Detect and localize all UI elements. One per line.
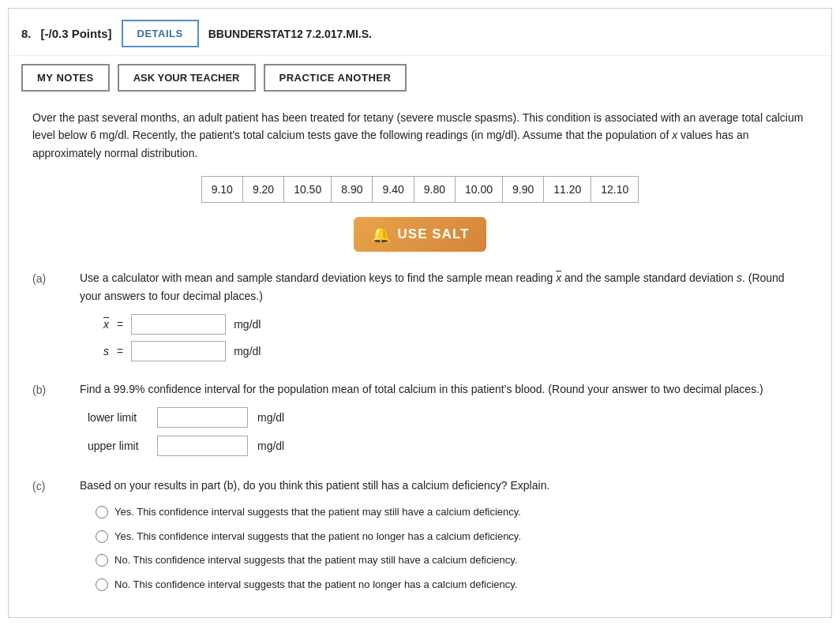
part-c: (c) Based on your results in part (b), d… bbox=[32, 477, 808, 601]
data-cell: 9.90 bbox=[503, 177, 544, 203]
data-cell: 9.10 bbox=[201, 177, 242, 203]
lower-unit: mg/dl bbox=[257, 409, 284, 426]
radio-input-2[interactable] bbox=[96, 530, 108, 543]
problem-text: Over the past several months, an adult p… bbox=[32, 109, 808, 162]
action-buttons-row: MY NOTES ASK YOUR TEACHER PRACTICE ANOTH… bbox=[9, 64, 831, 101]
xbar-unit: mg/dl bbox=[234, 316, 261, 333]
practice-another-button[interactable]: PRACTICE ANOTHER bbox=[264, 64, 407, 92]
part-b-label: (b) bbox=[32, 380, 80, 464]
content-area: Over the past several months, an adult p… bbox=[9, 101, 831, 617]
upper-limit-input[interactable] bbox=[157, 436, 248, 456]
data-cell: 8.90 bbox=[332, 177, 373, 203]
use-salt-button[interactable]: 🔔 USE SALT bbox=[354, 217, 487, 252]
details-button[interactable]: DETAILS bbox=[122, 20, 199, 47]
part-b-content: Find a 99.9% confidence interval for the… bbox=[80, 380, 808, 464]
radio-input-4[interactable] bbox=[96, 578, 108, 591]
radio-label-4: No. This confidence interval suggests th… bbox=[114, 577, 517, 593]
radio-option-4: No. This confidence interval suggests th… bbox=[96, 577, 808, 593]
salt-icon: 🔔 bbox=[371, 225, 392, 244]
s-symbol: s bbox=[103, 342, 109, 360]
xbar-input[interactable] bbox=[131, 314, 226, 335]
ask-teacher-button[interactable]: ASK YOUR TEACHER bbox=[118, 64, 256, 92]
radio-input-1[interactable] bbox=[96, 506, 108, 518]
points-label: [-/0.3 Points] bbox=[41, 27, 112, 40]
s-unit: mg/dl bbox=[234, 342, 261, 360]
part-a-label: (a) bbox=[32, 269, 80, 368]
radio-input-3[interactable] bbox=[96, 554, 108, 567]
radio-label-3: No. This confidence interval suggests th… bbox=[114, 552, 517, 569]
question-number: 8. bbox=[21, 27, 32, 40]
data-cell: 10.50 bbox=[284, 177, 332, 203]
data-table: 9.109.2010.508.909.409.8010.009.9011.201… bbox=[201, 176, 639, 203]
radio-option-3: No. This confidence interval suggests th… bbox=[96, 552, 808, 569]
header-bar: 8. [-/0.3 Points] DETAILS BBUNDERSTAT12 … bbox=[9, 9, 831, 56]
part-c-content: Based on your results in part (b), do yo… bbox=[80, 477, 808, 601]
lower-limit-label: lower limit bbox=[88, 409, 151, 426]
radio-label-2: Yes. This confidence interval suggests t… bbox=[114, 529, 521, 545]
part-c-label: (c) bbox=[32, 477, 80, 601]
part-a-content: Use a calculator with mean and sample st… bbox=[80, 269, 808, 368]
data-cell: 9.40 bbox=[373, 177, 414, 203]
data-cell: 10.00 bbox=[455, 177, 502, 203]
data-cell: 11.20 bbox=[544, 177, 591, 203]
question-code: BBUNDERSTAT12 7.2.017.MI.S. bbox=[208, 28, 372, 40]
data-cell: 9.20 bbox=[242, 177, 283, 203]
upper-limit-label: upper limit bbox=[88, 437, 151, 455]
part-b: (b) Find a 99.9% confidence interval for… bbox=[32, 380, 808, 464]
use-salt-label: USE SALT bbox=[398, 226, 470, 242]
upper-unit: mg/dl bbox=[257, 437, 284, 455]
radio-label-1: Yes. This confidence interval suggests t… bbox=[114, 504, 521, 521]
data-cell: 9.80 bbox=[414, 177, 455, 203]
xbar-symbol: x bbox=[103, 316, 109, 333]
my-notes-button[interactable]: MY NOTES bbox=[21, 64, 110, 92]
radio-option-1: Yes. This confidence interval suggests t… bbox=[96, 504, 808, 521]
question-container: 8. [-/0.3 Points] DETAILS BBUNDERSTAT12 … bbox=[8, 8, 832, 618]
part-a: (a) Use a calculator with mean and sampl… bbox=[32, 269, 808, 368]
s-input[interactable] bbox=[131, 341, 226, 361]
radio-option-2: Yes. This confidence interval suggests t… bbox=[96, 529, 808, 545]
s-eq: = bbox=[117, 342, 123, 360]
lower-limit-input[interactable] bbox=[157, 407, 248, 428]
xbar-eq: = bbox=[117, 316, 123, 333]
data-cell: 12.10 bbox=[591, 177, 639, 203]
